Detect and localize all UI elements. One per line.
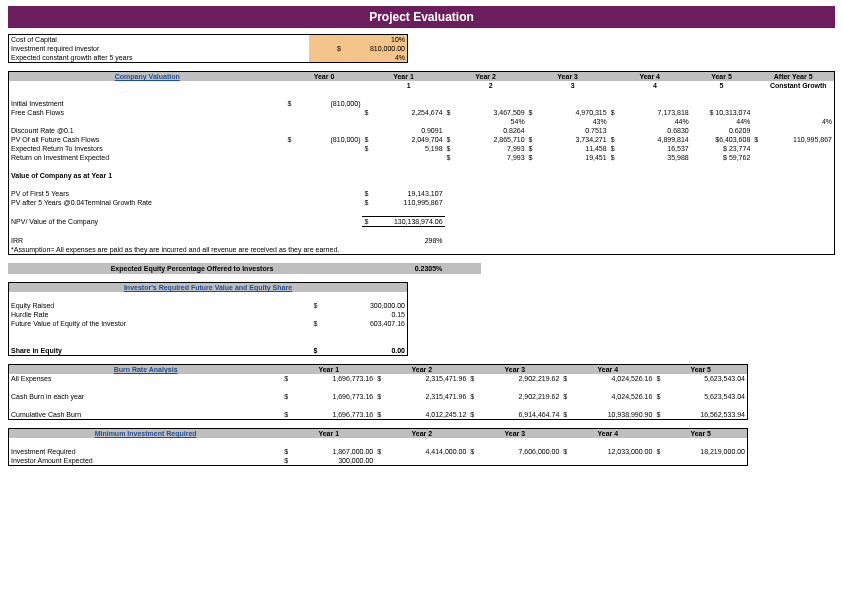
section-header: Minimum Investment Required: [9, 429, 283, 439]
section-header: Investor's Required Future Value and Equ…: [9, 283, 408, 293]
header-row: Company Valuation Year 0 Year 1 Year 2 Y…: [9, 72, 835, 82]
col: Year 1: [362, 72, 444, 82]
col: Year 4: [561, 429, 654, 439]
table-row: Initial Investment$(810,000): [9, 99, 835, 108]
label[interactable]: Investment required investor: [9, 44, 310, 53]
label[interactable]: Cost of Capital: [9, 35, 310, 45]
value[interactable]: 810,000.00: [343, 44, 408, 53]
min-investment-table: Minimum Investment Required Year 1 Year …: [8, 428, 748, 466]
table-row: Share in Equity$0.00: [9, 346, 408, 356]
subsection-label: Value of Company as at Year 1: [9, 171, 286, 180]
table-row: PV Of all Future Cash Flows $(810,000) $…: [9, 135, 835, 144]
section-header: Company Valuation: [9, 72, 286, 82]
header-row: Burn Rate Analysis Year 1 Year 2 Year 3 …: [9, 365, 748, 375]
company-valuation-table: Company Valuation Year 0 Year 1 Year 2 Y…: [8, 71, 835, 255]
equity-offered-row: Expected Equity Percentage Offered to In…: [8, 263, 508, 274]
col: Year 2: [375, 429, 468, 439]
col: Year 4: [561, 365, 654, 375]
col: Year 0: [286, 72, 363, 82]
value[interactable]: 10%: [343, 35, 408, 45]
col: Year 1: [282, 429, 375, 439]
table-row: PV after 5 Years @0.04Terminal Growth Ra…: [9, 198, 835, 207]
col: Year 5: [691, 72, 753, 82]
table-row: Free Cash Flows $2,254,674 $3,467,509 $4…: [9, 108, 835, 117]
col: Year 2: [375, 365, 468, 375]
section-header: Burn Rate Analysis: [9, 365, 283, 375]
header-row: Minimum Investment Required Year 1 Year …: [9, 429, 748, 439]
table-row: Return on Investment Expected $7,993 $19…: [9, 153, 835, 162]
col: Year 4: [609, 72, 691, 82]
page-title: Project Evaluation: [8, 6, 835, 28]
col: Year 5: [654, 365, 747, 375]
table-row: PV of First 5 Years $19,143,107: [9, 189, 835, 198]
col: Year 3: [468, 365, 561, 375]
col: Year 1: [282, 365, 375, 375]
table-row: 54% 43% 44% 44% 4%: [9, 117, 835, 126]
value[interactable]: 4%: [343, 53, 408, 63]
table-row: NPV/ Value of the Company $130,138,974.0…: [9, 217, 835, 227]
investor-share-table: Investor's Required Future Value and Equ…: [8, 282, 408, 356]
label[interactable]: Expected constant growth after 5 years: [9, 53, 310, 63]
assumption-text: *Assumption= All expenses are paid as th…: [9, 245, 835, 255]
table-row: Investor Amount Expected $300,000.00: [9, 456, 748, 466]
table-row: IRR 298%: [9, 236, 835, 245]
col: Year 3: [468, 429, 561, 439]
table-row: All Expenses $1,696,773.16 $2,315,471.96…: [9, 374, 748, 383]
table-row: Hurdle Rate0.15: [9, 310, 408, 319]
subheader-row: 1 2 3 4 5 Constant Growth: [9, 81, 835, 90]
col: Year 2: [445, 72, 527, 82]
table-row: Investment Required $1,867,000.00 $4,414…: [9, 447, 748, 456]
dollar: $: [309, 44, 343, 53]
equity-offered-label: Expected Equity Percentage Offered to In…: [8, 263, 376, 274]
table-row: Cash Burn in each year $1,696,773.16 $2,…: [9, 392, 748, 401]
col: After Year 5: [752, 72, 834, 82]
col: Year 5: [654, 429, 747, 439]
table-row: Expected constant growth after 5 years4%: [9, 53, 408, 63]
table-row: Cost of Capital10%: [9, 35, 408, 45]
table-row: Future Value of Equity of the Investor$6…: [9, 319, 408, 328]
table-row: Equity Raised$300,000.00: [9, 301, 408, 310]
table-row: Expected Return To Investors $5,198 $7,9…: [9, 144, 835, 153]
equity-offered-value[interactable]: 0.2305%: [376, 263, 481, 274]
inputs-table: Cost of Capital10% Investment required i…: [8, 34, 408, 63]
burn-rate-table: Burn Rate Analysis Year 1 Year 2 Year 3 …: [8, 364, 748, 420]
table-row: Discount Rate @0.1 0.9091 0.8264 0.7513 …: [9, 126, 835, 135]
table-row: Cumulative Cash Burn $1,696,773.16 $4,01…: [9, 410, 748, 420]
table-row: Investment required investor$810,000.00: [9, 44, 408, 53]
col: Year 3: [527, 72, 609, 82]
